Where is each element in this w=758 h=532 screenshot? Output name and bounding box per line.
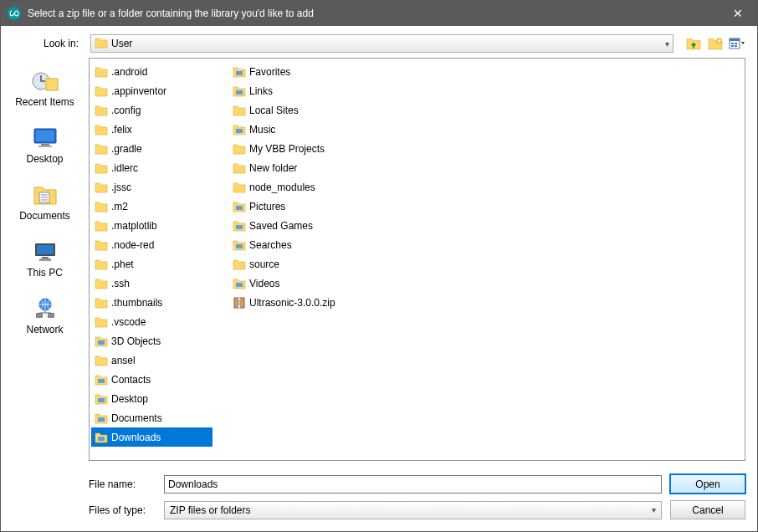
- folder-sys-icon: [233, 238, 246, 252]
- file-item[interactable]: .matplotlib: [91, 216, 213, 235]
- file-item[interactable]: Links: [229, 81, 351, 100]
- file-name: .phet: [111, 258, 134, 270]
- file-dialog: Select a zip file or a folder containing…: [0, 0, 758, 532]
- folder-icon: [233, 161, 246, 175]
- svg-rect-9: [730, 38, 740, 41]
- network-icon: [30, 295, 60, 322]
- sidebar-label: Recent Items: [15, 96, 74, 108]
- file-name: ansel: [111, 355, 136, 366]
- lookin-dropdown[interactable]: User ▾: [90, 34, 673, 53]
- file-name: .android: [111, 66, 147, 78]
- file-item[interactable]: Music: [229, 120, 351, 139]
- file-list[interactable]: .android.appinventor.config.felix.gradle…: [89, 58, 745, 461]
- svg-rect-10: [731, 43, 734, 44]
- folder-icon: [233, 142, 246, 156]
- svg-rect-18: [41, 144, 49, 146]
- titlebar: Select a zip file or a folder containing…: [1, 1, 757, 26]
- file-item[interactable]: .gradle: [91, 139, 213, 158]
- folder-sys-icon: [233, 84, 246, 98]
- file-item[interactable]: source: [229, 254, 351, 274]
- folder-icon: [95, 161, 108, 175]
- file-item[interactable]: Contacts: [91, 370, 213, 389]
- sidebar-desktop[interactable]: Desktop: [8, 121, 83, 168]
- file-item[interactable]: .vscode: [91, 312, 213, 331]
- file-item[interactable]: .felix: [91, 120, 213, 139]
- sidebar-network[interactable]: Network: [8, 292, 83, 339]
- file-item[interactable]: .node-red: [91, 235, 213, 254]
- folder-icon: [233, 104, 246, 117]
- file-item[interactable]: Favorites: [229, 62, 351, 81]
- file-item[interactable]: Documents: [91, 408, 213, 427]
- file-item[interactable]: .idlerc: [91, 158, 213, 177]
- cancel-button[interactable]: Cancel: [670, 500, 745, 519]
- svg-rect-11: [731, 45, 734, 47]
- svg-rect-25: [37, 245, 54, 254]
- file-item[interactable]: Desktop: [91, 389, 213, 408]
- svg-rect-15: [46, 79, 58, 90]
- file-item[interactable]: node_modules: [229, 177, 351, 197]
- folder-icon: [95, 36, 108, 52]
- file-item[interactable]: Local Sites: [229, 100, 351, 120]
- file-item[interactable]: New folder: [229, 158, 351, 177]
- this-pc-icon: [30, 238, 60, 265]
- file-name: .config: [111, 105, 141, 116]
- file-name: 3D Objects: [111, 335, 161, 347]
- folder-icon: [95, 315, 108, 329]
- file-item[interactable]: 3D Objects: [91, 331, 213, 350]
- file-item[interactable]: .m2: [91, 197, 213, 216]
- up-one-level-button[interactable]: [685, 35, 702, 52]
- file-item[interactable]: Pictures: [229, 197, 351, 216]
- file-item[interactable]: .android: [91, 62, 213, 81]
- sidebar-label: Desktop: [26, 153, 63, 165]
- file-name: Ultrasonic-3.0.0.zip: [249, 297, 335, 309]
- folder-sys-icon: [233, 277, 246, 290]
- file-item[interactable]: .jssc: [91, 177, 213, 197]
- folder-sys-icon: [233, 65, 246, 79]
- toolbar: Look in: User ▾: [1, 26, 757, 58]
- chevron-down-icon: ▾: [652, 505, 656, 514]
- file-name: Links: [249, 85, 273, 97]
- sidebar-documents[interactable]: Documents: [8, 178, 83, 225]
- folder-icon: [95, 238, 108, 252]
- file-item[interactable]: Ultrasonic-3.0.0.zip: [229, 293, 351, 312]
- folder-icon: [95, 123, 108, 136]
- file-item[interactable]: ansel: [91, 350, 213, 370]
- file-item[interactable]: .appinventor: [91, 81, 213, 100]
- file-name: .ssh: [111, 278, 130, 289]
- file-name: .gradle: [111, 143, 142, 155]
- view-menu-button[interactable]: [729, 35, 745, 52]
- dialog-title: Select a zip file or a folder containing…: [28, 8, 725, 19]
- file-item[interactable]: My VBB Projects: [229, 139, 351, 158]
- sidebar-recent-items[interactable]: Recent Items: [8, 64, 83, 111]
- file-name: Local Sites: [249, 105, 299, 116]
- close-button[interactable]: ✕: [725, 7, 750, 20]
- zip-icon: [233, 296, 246, 309]
- file-item[interactable]: .thumbnails: [91, 293, 213, 312]
- sidebar-label: This PC: [27, 267, 63, 279]
- file-name: Favorites: [249, 66, 290, 78]
- file-name: Desktop: [111, 393, 148, 405]
- file-item[interactable]: Saved Games: [229, 216, 351, 235]
- file-item[interactable]: .phet: [91, 254, 213, 274]
- file-item[interactable]: Videos: [229, 274, 351, 293]
- file-name: source: [249, 258, 279, 270]
- svg-rect-30: [48, 313, 54, 318]
- new-folder-button[interactable]: [707, 35, 724, 52]
- file-name: .node-red: [111, 239, 154, 251]
- folder-icon: [95, 219, 108, 233]
- file-name: My VBB Projects: [249, 143, 325, 155]
- folder-icon: [95, 354, 108, 367]
- folder-icon: [233, 181, 246, 194]
- sidebar-this-pc[interactable]: This PC: [8, 235, 83, 282]
- filename-input[interactable]: [164, 475, 662, 494]
- file-item[interactable]: Searches: [229, 235, 351, 254]
- file-name: Downloads: [111, 432, 161, 443]
- file-item[interactable]: .ssh: [91, 274, 213, 293]
- filetype-dropdown[interactable]: ZIP files or folders ▾: [164, 501, 662, 519]
- file-name: .thumbnails: [111, 297, 162, 309]
- documents-icon: [30, 182, 60, 208]
- folder-icon: [95, 200, 108, 213]
- file-item[interactable]: Downloads: [91, 427, 213, 447]
- file-item[interactable]: .config: [91, 100, 213, 120]
- open-button[interactable]: Open: [670, 474, 745, 494]
